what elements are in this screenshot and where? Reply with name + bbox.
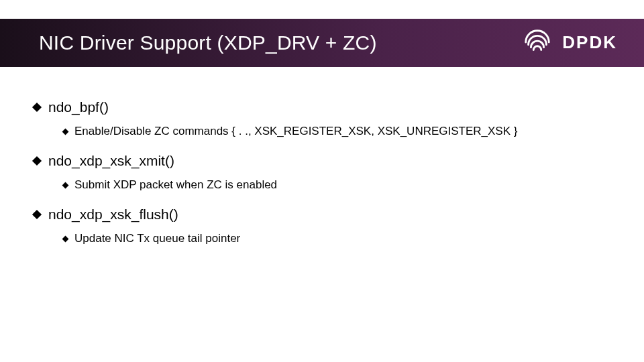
sub-bullet-list: Update NIC Tx queue tail pointer [63, 232, 610, 245]
header-band: NIC Driver Support (XDP_DRV + ZC) DPDK [0, 19, 644, 67]
list-item: Enable/Disable ZC commands { . ., XSK_RE… [63, 125, 610, 138]
sub-bullet-label: Enable/Disable ZC commands { . ., XSK_RE… [74, 125, 517, 138]
sub-bullet-list: Submit XDP packet when ZC is enabled [63, 178, 610, 192]
list-item: ndo_bpf() Enable/Disable ZC commands { .… [34, 99, 610, 138]
bullet-list: ndo_bpf() Enable/Disable ZC commands { .… [34, 99, 610, 245]
slide-title: NIC Driver Support (XDP_DRV + ZC) [39, 32, 377, 54]
sub-bullet-row: Submit XDP packet when ZC is enabled [63, 178, 610, 192]
list-item: ndo_xdp_xsk_xmit() Submit XDP packet whe… [34, 153, 610, 192]
bullet-label: ndo_bpf() [48, 99, 109, 115]
bullet-row: ndo_bpf() [34, 99, 610, 115]
diamond-icon [62, 182, 69, 188]
diamond-icon [62, 128, 69, 135]
list-item: Update NIC Tx queue tail pointer [63, 232, 610, 245]
diamond-icon [62, 235, 69, 242]
diamond-icon [32, 156, 42, 166]
diamond-icon [32, 103, 42, 112]
brand-text: DPDK [562, 32, 617, 53]
bullet-row: ndo_xdp_xsk_flush() [34, 206, 610, 223]
content-area: ndo_bpf() Enable/Disable ZC commands { .… [34, 99, 610, 260]
sub-bullet-label: Submit XDP packet when ZC is enabled [74, 178, 277, 192]
bullet-label: ndo_xdp_xsk_xmit() [48, 153, 174, 169]
sub-bullet-row: Update NIC Tx queue tail pointer [63, 232, 610, 245]
sub-bullet-list: Enable/Disable ZC commands { . ., XSK_RE… [63, 125, 610, 138]
brand-logo: DPDK [522, 27, 617, 58]
bullet-label: ndo_xdp_xsk_flush() [48, 206, 178, 223]
diamond-icon [32, 210, 42, 219]
sub-bullet-row: Enable/Disable ZC commands { . ., XSK_RE… [63, 125, 610, 138]
sub-bullet-label: Update NIC Tx queue tail pointer [74, 232, 240, 245]
slide: NIC Driver Support (XDP_DRV + ZC) DPDK n… [0, 0, 644, 362]
list-item: Submit XDP packet when ZC is enabled [63, 178, 610, 192]
dpdk-swirl-icon [522, 27, 553, 58]
list-item: ndo_xdp_xsk_flush() Update NIC Tx queue … [34, 206, 610, 245]
bullet-row: ndo_xdp_xsk_xmit() [34, 153, 610, 169]
